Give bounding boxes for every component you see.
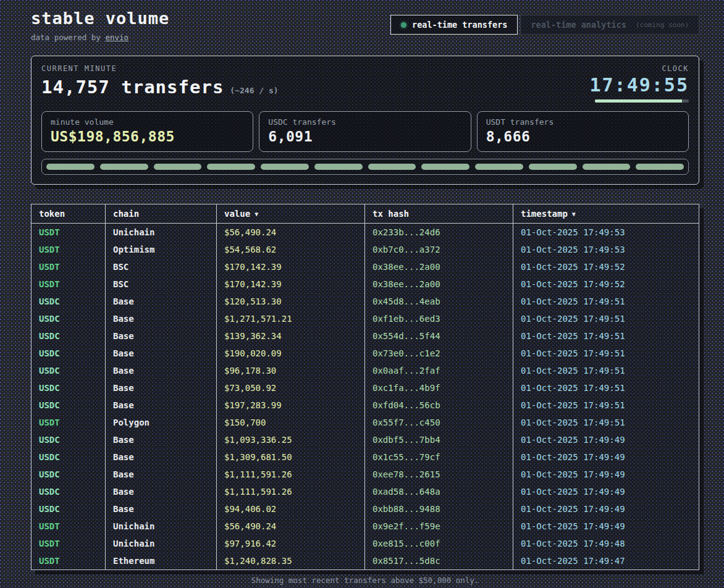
cell-timestamp: 01-Oct-2025 17:49:49 (513, 448, 699, 466)
cell-tx-hash[interactable]: 0x554d...5f44 (365, 327, 513, 345)
cell-tx-hash[interactable]: 0x38ee...2a00 (365, 275, 513, 293)
clock-block: CLOCK 17:49:55 (590, 64, 689, 103)
table-row: USDTUnichain$56,490.240x9e2f...f59e01-Oc… (32, 518, 699, 535)
cell-tx-hash[interactable]: 0xee78...2615 (365, 466, 513, 483)
table-row: USDCBase$190,020.090x73e0...c1e201-Oct-2… (32, 345, 699, 362)
minute-volume-label: minute volume (51, 117, 244, 127)
cell-value: $73,050.92 (217, 379, 365, 397)
cell-timestamp: 01-Oct-2025 17:49:53 (513, 241, 699, 258)
cell-chain: Base (106, 327, 217, 345)
cell-chain: Base (106, 345, 217, 362)
table-row: USDCBase$1,111,591.260xad58...648a01-Oct… (32, 483, 699, 500)
cell-token: USDC (32, 379, 106, 397)
minute-segments (41, 159, 689, 175)
cell-value: $1,111,591.26 (217, 466, 365, 483)
col-header-token: token (32, 204, 106, 224)
cell-value: $120,513.30 (217, 293, 365, 310)
table-row: USDCBase$1,111,591.260xee78...261501-Oct… (32, 466, 699, 483)
cell-timestamp: 01-Oct-2025 17:49:49 (513, 483, 699, 500)
table-row: USDCBase$1,271,571.210xf1eb...6ed301-Oct… (32, 310, 699, 327)
tab-realtime-analytics[interactable]: real-time analytics (coming soon) (520, 15, 699, 35)
cell-tx-hash[interactable]: 0xfd04...56cb (365, 397, 513, 414)
cell-chain: Polygon (106, 414, 217, 431)
sort-desc-icon: ▼ (255, 211, 258, 217)
cell-tx-hash[interactable]: 0x1c55...79cf (365, 448, 513, 466)
cell-chain: Unichain (106, 535, 217, 552)
cell-tx-hash[interactable]: 0xad58...648a (365, 483, 513, 500)
cell-timestamp: 01-Oct-2025 17:49:47 (513, 552, 699, 569)
cell-chain: Base (106, 379, 217, 397)
cell-tx-hash[interactable]: 0x45d8...4eab (365, 293, 513, 310)
col-header-timestamp[interactable]: timestamp▼ (513, 204, 699, 224)
table-row: USDCBase$96,178.300x0aaf...2faf01-Oct-20… (32, 362, 699, 379)
cell-value: $139,362.34 (217, 327, 365, 345)
cell-timestamp: 01-Oct-2025 17:49:51 (513, 293, 699, 310)
cell-tx-hash[interactable]: 0xf1eb...6ed3 (365, 310, 513, 327)
table-header: token chain value▼ tx hash timestamp▼ (32, 204, 699, 224)
segment-pill (583, 164, 631, 170)
cell-token: USDT (32, 552, 106, 569)
table-row: USDTOptimism$54,568.620xb7c0...a37201-Oc… (32, 241, 699, 258)
cell-token: USDT (32, 258, 106, 275)
cell-tx-hash[interactable]: 0x9e2f...f59e (365, 518, 513, 535)
cell-timestamp: 01-Oct-2025 17:49:52 (513, 258, 699, 275)
col-header-chain: chain (106, 204, 217, 224)
cell-token: USDC (32, 293, 106, 310)
table-row: USDCBase$139,362.340x554d...5f4401-Oct-2… (32, 327, 699, 345)
brand-block: stable volume data powered by envio (31, 9, 169, 42)
cell-token: USDC (32, 431, 106, 448)
table-row: USDCBase$120,513.300x45d8...4eab01-Oct-2… (32, 293, 699, 310)
cell-chain: Base (106, 483, 217, 500)
cell-tx-hash[interactable]: 0xbb88...9488 (365, 500, 513, 518)
cell-value: $1,271,571.21 (217, 310, 365, 327)
segment-pill (314, 164, 363, 170)
cell-tx-hash[interactable]: 0x0aaf...2faf (365, 362, 513, 379)
stat-box-usdt-transfers: USDT transfers 8,666 (477, 111, 689, 152)
cell-tx-hash[interactable]: 0x38ee...2a00 (365, 258, 513, 275)
segment-pill (261, 164, 309, 170)
cell-chain: Base (106, 431, 217, 448)
transfer-rate: (~246 / s) (230, 86, 278, 95)
tab-realtime-transfers[interactable]: real-time transfers (390, 15, 518, 35)
cell-tx-hash[interactable]: 0x73e0...c1e2 (365, 345, 513, 362)
cell-timestamp: 01-Oct-2025 17:49:51 (513, 362, 699, 379)
segment-pill (154, 164, 202, 170)
minute-volume-value: US$198,856,885 (51, 128, 244, 145)
transfers-table: token chain value▼ tx hash timestamp▼ US… (31, 204, 699, 570)
cell-tx-hash[interactable]: 0xb7c0...a372 (365, 241, 513, 258)
cell-tx-hash[interactable]: 0xdbf5...7bb4 (365, 431, 513, 448)
cell-tx-hash[interactable]: 0x55f7...c450 (365, 414, 513, 431)
cell-chain: BSC (106, 258, 217, 275)
sort-desc-icon: ▼ (572, 211, 576, 217)
cell-token: USDC (32, 466, 106, 483)
envio-link[interactable]: envio (105, 33, 128, 42)
cell-tx-hash[interactable]: 0xe815...c00f (365, 535, 513, 552)
powered-by-text: data powered by (31, 33, 105, 42)
cell-value: $56,490.24 (217, 518, 365, 535)
segment-pill (207, 164, 255, 170)
cell-tx-hash[interactable]: 0x8517...5d8c (365, 552, 513, 569)
clock-progress-fill (595, 99, 682, 103)
usdc-transfers-value: 6,091 (268, 128, 461, 145)
transfers-count: 14,757 transfers (41, 77, 224, 98)
powered-by: data powered by envio (31, 33, 169, 42)
table-row: USDCBase$1,093,336.250xdbf5...7bb401-Oct… (32, 431, 699, 448)
cell-timestamp: 01-Oct-2025 17:49:49 (513, 431, 699, 448)
cell-value: $170,142.39 (217, 258, 365, 275)
cell-tx-hash[interactable]: 0x233b...24d6 (365, 224, 513, 241)
cell-token: USDC (32, 327, 106, 345)
segment-pill (100, 164, 148, 170)
cell-chain: Base (106, 310, 217, 327)
stat-box-minute-volume: minute volume US$198,856,885 (41, 111, 253, 152)
cell-timestamp: 01-Oct-2025 17:49:48 (513, 535, 699, 552)
cell-tx-hash[interactable]: 0xc1fa...4b9f (365, 379, 513, 397)
stat-box-usdc-transfers: USDC transfers 6,091 (259, 111, 471, 152)
col-header-value[interactable]: value▼ (217, 204, 365, 224)
cell-value: $150,700 (217, 414, 365, 431)
cell-token: USDC (32, 397, 106, 414)
cell-token: USDT (32, 241, 106, 258)
table-row: USDTEthereum$1,240,828.350x8517...5d8c01… (32, 552, 699, 569)
usdt-transfers-label: USDT transfers (486, 117, 680, 127)
cell-chain: Base (106, 362, 217, 379)
cell-value: $1,111,591.26 (217, 483, 365, 500)
